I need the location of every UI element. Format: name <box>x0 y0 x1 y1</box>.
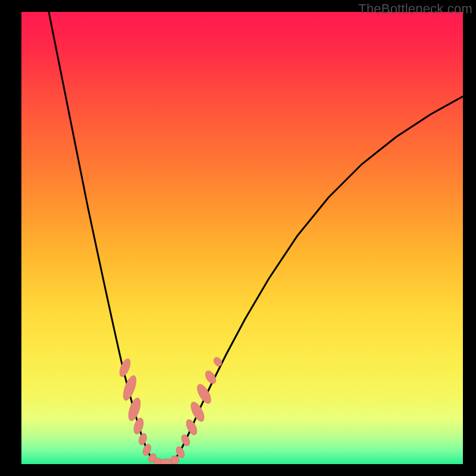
marker-dot <box>118 358 133 378</box>
frame: TheBottleneck.com <box>0 0 476 476</box>
marker-dot <box>212 356 224 368</box>
marker-dot <box>180 433 191 447</box>
marker-dot <box>188 400 206 423</box>
marker-dot <box>137 433 148 446</box>
watermark-text: TheBottleneck.com <box>358 1 472 17</box>
marker-dot <box>203 369 218 386</box>
marker-dot <box>184 418 199 436</box>
marker-layer <box>21 12 463 464</box>
marker-dot <box>121 374 139 402</box>
marker-dot <box>195 382 214 405</box>
plot-area <box>21 12 463 464</box>
